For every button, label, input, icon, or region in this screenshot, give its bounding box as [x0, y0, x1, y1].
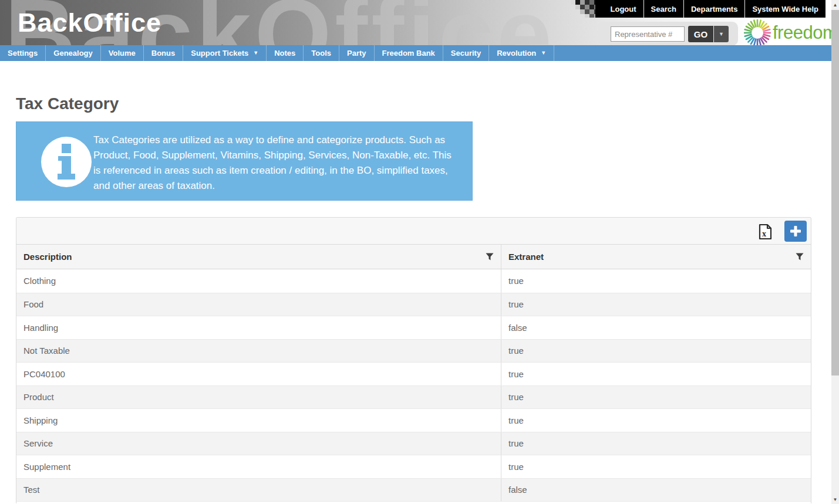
nav-item-label: Volume [109, 49, 136, 57]
page-title: Tax Category [16, 94, 119, 113]
cell-extranet: false [501, 316, 811, 339]
table-row[interactable]: Not Taxable true [16, 339, 811, 363]
cell-extranet: true [501, 432, 811, 455]
column-header-label: Extranet [508, 252, 796, 262]
tax-category-grid: x Description Extranet [16, 217, 811, 503]
nav-item-label: Party [347, 49, 366, 57]
nav-item-label: Genealogy [53, 49, 92, 57]
cell-description: Supplement [16, 455, 501, 478]
main-nav-bar: Settings Genealogy Volume Bonus Support … [0, 45, 831, 61]
topbar-item-search[interactable]: Search [643, 0, 683, 18]
nav-item-label: Settings [8, 49, 38, 57]
table-row[interactable]: Service true [16, 432, 811, 455]
table-row[interactable]: PC040100 true [16, 362, 811, 385]
page: BackOffice BackOffice Logout Search Depa… [0, 0, 839, 504]
filter-funnel-icon [796, 253, 804, 261]
nav-item-label: Bonus [151, 49, 175, 57]
topbar-item-label: Logout [611, 5, 636, 13]
nav-item-volume[interactable]: Volume [101, 45, 144, 61]
cell-description: Test [16, 479, 501, 502]
cell-description: Clothing [16, 269, 501, 293]
table-row-partial [16, 501, 811, 503]
svg-text:x: x [762, 229, 766, 238]
topbar-item-logout[interactable]: Logout [604, 0, 643, 18]
brand-logo: BackOffice [18, 8, 161, 38]
chevron-down-icon: ▼ [541, 50, 546, 56]
table-row[interactable]: Handling false [16, 316, 811, 339]
add-plus-icon [790, 225, 801, 237]
cell-extranet: true [501, 340, 811, 363]
topbar-item-label: Search [651, 5, 676, 13]
grid-body: Clothing true Food true Handling false N… [16, 269, 811, 503]
topbar-item-label: System Wide Help [752, 5, 818, 13]
cell-extranet: true [501, 293, 811, 316]
top-menu-bar: Logout Search Departments System Wide He… [595, 0, 825, 18]
nav-item-revolution[interactable]: Revolution▼ [489, 45, 554, 61]
info-text: Tax Categories are utilized as a way to … [93, 133, 456, 194]
cell-extranet: true [501, 409, 811, 432]
table-row[interactable]: Clothing true [16, 269, 811, 293]
cell-extranet: false [501, 479, 811, 502]
grid-header-row: Description Extranet [16, 245, 811, 269]
scroll-down-arrow-icon[interactable] [831, 495, 839, 504]
nav-item-notes[interactable]: Notes [267, 45, 304, 61]
cell-description: Food [16, 293, 501, 316]
nav-item-label: Security [451, 49, 481, 57]
topbar-item-departments[interactable]: Departments [683, 0, 744, 18]
cell-description: Not Taxable [16, 340, 501, 363]
add-button[interactable] [784, 221, 807, 242]
cell-description: Service [16, 432, 501, 455]
cell-description: PC040100 [16, 363, 501, 385]
topbar-item-label: Departments [691, 5, 737, 13]
nav-item-party[interactable]: Party [339, 45, 375, 61]
nav-item-support-tickets[interactable]: Support Tickets▼ [183, 45, 267, 61]
representative-number-input[interactable] [611, 26, 685, 42]
cell-extranet: true [501, 363, 811, 385]
nav-item-freedom-bank[interactable]: Freedom Bank [375, 45, 443, 61]
nav-item-label: Support Tickets [191, 49, 248, 57]
filter-button-extranet[interactable] [796, 253, 804, 261]
nav-item-genealogy[interactable]: Genealogy [46, 45, 100, 61]
vertical-scrollbar[interactable] [831, 0, 839, 504]
nav-item-label: Tools [311, 49, 331, 57]
table-row[interactable]: Shipping true [16, 408, 811, 432]
representative-search-panel: GO [598, 22, 738, 46]
freedom-starburst-icon [744, 19, 771, 46]
excel-export-icon: x [759, 224, 772, 240]
column-header-label: Description [23, 252, 486, 262]
cell-extranet: true [501, 386, 811, 409]
table-row[interactable]: Test false [16, 478, 811, 502]
filter-funnel-icon [486, 253, 494, 261]
cell-extranet: true [501, 455, 811, 478]
excel-export-button[interactable]: x [756, 223, 774, 241]
freedom-logo-text: freedom [773, 22, 837, 43]
column-header-extranet[interactable]: Extranet [501, 245, 811, 269]
filter-button-description[interactable] [486, 253, 494, 261]
freedom-logo: freedom [744, 19, 837, 46]
nav-item-label: Notes [274, 49, 295, 57]
table-row[interactable]: Food true [16, 293, 811, 316]
table-row[interactable]: Supplement true [16, 455, 811, 478]
info-box: Tax Categories are utilized as a way to … [16, 121, 473, 201]
table-row[interactable]: Product true [16, 385, 811, 409]
chevron-down-icon[interactable] [714, 26, 729, 42]
grid-toolbar: x [16, 218, 811, 245]
topbar-item-system-wide-help[interactable]: System Wide Help [744, 0, 825, 18]
column-header-description[interactable]: Description [16, 245, 501, 269]
chevron-down-icon: ▼ [253, 50, 258, 56]
nav-item-security[interactable]: Security [443, 45, 489, 61]
cell-description: Product [16, 386, 501, 409]
nav-item-label: Revolution [497, 49, 536, 57]
nav-item-bonus[interactable]: Bonus [144, 45, 183, 61]
nav-item-tools[interactable]: Tools [304, 45, 339, 61]
nav-item-label: Freedom Bank [382, 49, 435, 57]
scrollbar-thumb[interactable] [831, 10, 839, 376]
cell-description: Shipping [16, 409, 501, 432]
go-button[interactable]: GO [688, 26, 713, 42]
info-icon [41, 136, 92, 188]
scroll-up-arrow-icon[interactable] [831, 0, 839, 9]
cell-extranet: true [501, 269, 811, 293]
nav-item-settings[interactable]: Settings [0, 45, 46, 61]
cell-description: Handling [16, 316, 501, 339]
